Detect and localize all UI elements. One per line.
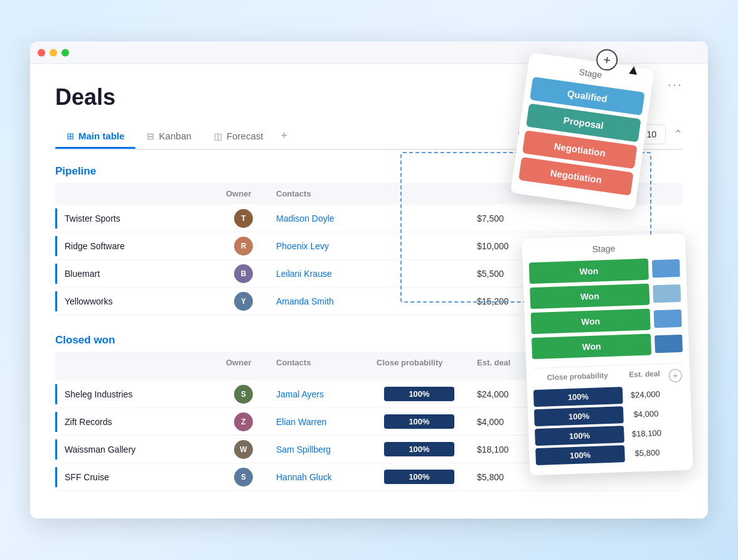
cw-row-name-2: Waissman Gallery — [55, 439, 218, 460]
col-owner: Owner — [218, 186, 269, 201]
cw-prob-bar-1: 100% — [384, 414, 454, 429]
tab-main-table-label: Main table — [78, 131, 124, 141]
floating-stage-card: + ▲ Stage Qualified Proposal Negotiation… — [510, 52, 655, 210]
row-name-1: Ridge Software — [55, 236, 218, 256]
col-stage — [369, 186, 469, 201]
cw-col-contacts: Contacts — [269, 355, 369, 377]
cw-row-est-deal-0: $24,000 — [469, 384, 520, 404]
add-col-icon[interactable]: + — [668, 369, 683, 383]
cw-row-est-deal-3: $5,800 — [469, 467, 520, 487]
forecast-icon: ◫ — [214, 131, 222, 141]
tab-main-table[interactable]: ⊞ Main table — [55, 124, 136, 148]
won-badge-3: Won — [532, 334, 651, 360]
won-prob-row-0: 100% $24,000 — [533, 385, 685, 407]
won-badge-2: Won — [531, 309, 651, 335]
won-bar-0 — [652, 259, 680, 278]
main-table-icon: ⊞ — [67, 131, 74, 141]
cw-row-name-0: Sheleg Industries — [55, 384, 218, 404]
cw-row-est-deal-1: $4,000 — [469, 412, 520, 432]
row-avatar-0: T — [234, 209, 253, 228]
cursor-icon: ▲ — [626, 61, 641, 79]
won-bar-1 — [653, 284, 681, 303]
cw-row-est-deal-2: $18,100 — [469, 439, 520, 460]
cw-row-avatar-1: Z — [234, 412, 253, 431]
won-row-1: Won — [530, 283, 681, 309]
table-row: Twister Sports T Madison Doyle $7,500 — [55, 205, 683, 232]
app-window: ··· Deals ⊞ Main table ⊟ Kanban ◫ Foreca… — [30, 41, 708, 519]
float-won-title: Stage — [528, 241, 679, 256]
won-badge-1: Won — [530, 284, 650, 310]
col-name — [55, 186, 218, 201]
col-contacts: Contacts — [269, 186, 369, 201]
cw-prob-bar-3: 100% — [384, 470, 454, 484]
cw-row-avatar-0: S — [234, 385, 253, 404]
tab-kanban[interactable]: ⊟ Kanban — [136, 124, 203, 148]
prob-col-header: Close probability — [533, 370, 623, 387]
cw-prob-bar-0: 100% — [384, 387, 454, 401]
won-bar-3 — [655, 335, 683, 353]
cw-row-contact-3[interactable]: Hannah Gluck — [269, 467, 369, 487]
dot-yellow[interactable] — [50, 49, 57, 57]
row-contact-1[interactable]: Phoenix Levy — [269, 236, 369, 256]
cw-row-avatar-3: S — [234, 468, 253, 487]
won-prob-row-2: 100% $18,100 — [535, 424, 686, 446]
won-sub-header: Close probability Est. deal + — [533, 363, 684, 387]
row-name-3: Yellowworks — [55, 291, 218, 311]
row-est-deal-1: $10,000 — [469, 236, 520, 256]
add-tab-button[interactable]: + — [274, 123, 294, 149]
row-name-0: Twister Sports — [55, 208, 218, 229]
row-name-2: Bluemart — [55, 264, 218, 284]
row-contact-3[interactable]: Amanda Smith — [269, 291, 369, 311]
collapse-button[interactable]: ⌃ — [673, 127, 683, 141]
won-bar-2 — [654, 310, 682, 328]
row-est-deal-2: $5,500 — [469, 264, 520, 284]
row-est-deal-3: $15,200 — [469, 291, 520, 311]
row-contact-2[interactable]: Leilani Krause — [269, 264, 369, 284]
cw-col-est: Est. deal — [469, 355, 520, 377]
cw-row-name-3: SFF Cruise — [55, 467, 218, 487]
cw-col-owner: Owner — [218, 355, 269, 377]
dot-green[interactable] — [62, 49, 69, 57]
won-row-2: Won — [531, 308, 682, 334]
cw-prob-bar-2: 100% — [384, 442, 454, 456]
row-avatar-3: Y — [234, 292, 253, 311]
won-row-0: Won — [529, 257, 680, 284]
cw-row-name-1: Zift Records — [55, 412, 218, 432]
cw-col-prob: Close probability — [369, 355, 469, 377]
row-avatar-1: R — [234, 237, 253, 256]
tab-kanban-label: Kanban — [159, 131, 191, 141]
row-est-deal-0: $7,500 — [469, 208, 520, 229]
est-col-header: Est. deal — [626, 369, 664, 384]
won-prob-row-1: 100% $4,000 — [534, 404, 685, 426]
tab-forecast[interactable]: ◫ Forecast — [203, 124, 274, 148]
cw-row-avatar-2: W — [234, 440, 253, 459]
row-contact-0[interactable]: Madison Doyle — [269, 208, 369, 229]
tab-forecast-label: Forecast — [227, 131, 263, 141]
cw-row-contact-1[interactable]: Elian Warren — [269, 412, 369, 432]
cw-col-name — [55, 355, 218, 377]
won-row-3: Won — [532, 333, 683, 359]
cw-row-contact-2[interactable]: Sam Spillberg — [269, 439, 369, 460]
dot-red[interactable] — [38, 49, 45, 57]
row-avatar-2: B — [234, 264, 253, 283]
cw-row-contact-0[interactable]: Jamal Ayers — [269, 384, 369, 404]
kanban-icon: ⊟ — [147, 131, 154, 141]
floating-won-card: Stage Won Won Won Won Close probability … — [522, 234, 693, 476]
won-prob-row-3: 100% $5,800 — [535, 443, 687, 465]
won-badge-0: Won — [529, 259, 649, 284]
